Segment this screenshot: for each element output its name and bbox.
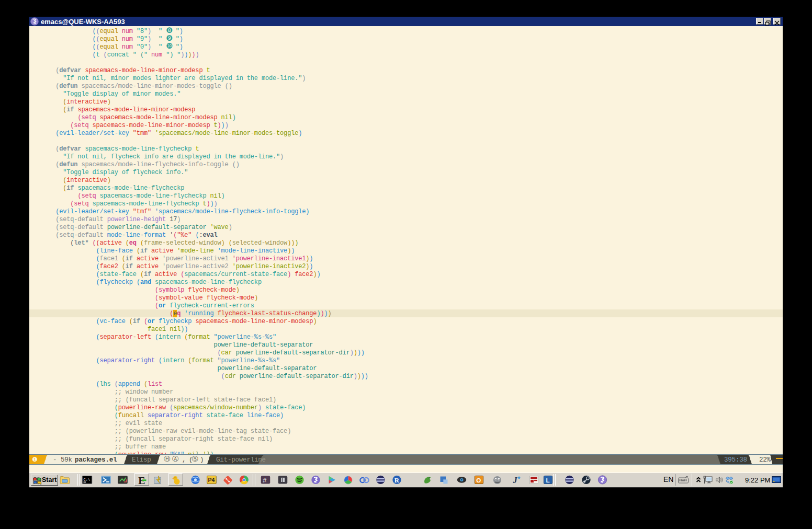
svg-text:J: J xyxy=(513,475,518,485)
svg-text:#: # xyxy=(263,476,267,484)
svg-text:C:\: C:\ xyxy=(84,478,91,482)
svg-text:R: R xyxy=(394,477,400,484)
svg-text:P4: P4 xyxy=(208,477,215,483)
svg-text:L: L xyxy=(546,477,549,484)
svg-text:O: O xyxy=(476,477,481,484)
